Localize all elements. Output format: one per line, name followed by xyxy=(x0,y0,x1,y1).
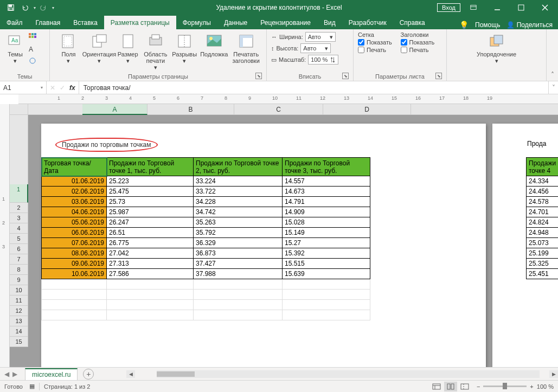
collapse-ribbon-icon[interactable]: ˄ xyxy=(546,29,558,81)
hscroll-right[interactable]: ▶ xyxy=(549,370,558,378)
colors-icon[interactable] xyxy=(27,31,39,42)
hscroll-thumb[interactable] xyxy=(157,371,195,377)
page-2: Прода Продажи точке 424.33424.45624.5782… xyxy=(492,124,558,367)
tab-help[interactable]: Справка xyxy=(393,16,432,29)
row-header-1[interactable]: 1 xyxy=(10,184,28,203)
row-header-13[interactable]: 13 xyxy=(10,316,28,326)
vertical-ruler: 123 xyxy=(0,104,10,367)
row-header-8[interactable]: 8 xyxy=(10,265,28,275)
redo-icon[interactable] xyxy=(37,1,50,14)
breaks-button[interactable]: Разрывы▾ xyxy=(171,31,198,65)
tab-developer[interactable]: Разработчик xyxy=(342,16,393,29)
headings-view-check[interactable]: Показать xyxy=(401,39,442,46)
sheet-opts-launcher[interactable]: ⬊ xyxy=(435,73,442,79)
zoom-level[interactable]: 100 % xyxy=(537,383,554,390)
name-box[interactable]: A1▾ xyxy=(0,81,47,94)
hscroll-track[interactable] xyxy=(157,370,540,378)
tab-review[interactable]: Рецензирование xyxy=(254,16,317,29)
arrange-button[interactable]: Упорядочение▾ xyxy=(472,31,521,65)
themes-button[interactable]: Aa Темы▾ xyxy=(4,31,26,65)
row-header-14[interactable]: 14 xyxy=(10,326,28,337)
print-area-button[interactable]: Область печати▾ xyxy=(141,31,170,72)
tab-scroll-right[interactable]: ▶ xyxy=(12,370,17,378)
login-button[interactable]: Вход xyxy=(437,3,460,12)
gridlines-print-check[interactable]: Печать xyxy=(358,47,400,53)
hscroll-left[interactable]: ◀ xyxy=(126,370,135,378)
tab-formulas[interactable]: Формулы xyxy=(176,16,217,29)
headings-print-check[interactable]: Печать xyxy=(401,47,442,53)
ribbon-display-icon[interactable] xyxy=(463,0,484,15)
size-button[interactable]: Размер▾ xyxy=(116,31,140,65)
row-header-6[interactable]: 6 xyxy=(10,244,28,254)
add-sheet-button[interactable]: + xyxy=(83,369,94,380)
sheet-tab[interactable]: microexcel.ru xyxy=(25,368,78,380)
col-header-a[interactable]: A xyxy=(82,104,147,115)
enter-formula-icon[interactable]: ✓ xyxy=(60,84,65,92)
print-titles-button[interactable]: Печатать заголовки xyxy=(230,31,262,65)
share-button[interactable]: 👤 Поделиться xyxy=(506,21,553,29)
macro-record-icon[interactable]: ▦ xyxy=(29,383,35,390)
tab-page-layout[interactable]: Разметка страницы xyxy=(104,16,176,29)
scale-icon: ▭ xyxy=(271,56,277,63)
orientation-button[interactable]: Ориентация▾ xyxy=(84,31,114,65)
tell-me-icon[interactable]: 💡 xyxy=(459,21,469,29)
close-icon[interactable] xyxy=(534,0,556,15)
row-header-11[interactable]: 11 xyxy=(10,295,28,306)
svg-rect-19 xyxy=(62,35,73,48)
scale-input[interactable]: 100 %⮁ xyxy=(308,55,338,65)
formula-input[interactable]: Торговая точка/ xyxy=(79,81,548,94)
normal-view-icon[interactable] xyxy=(430,382,443,391)
tab-file[interactable]: Файл xyxy=(0,16,29,29)
undo-icon[interactable] xyxy=(18,1,31,14)
tab-scroll-left[interactable]: ◀ xyxy=(4,370,9,378)
select-all-corner[interactable] xyxy=(10,104,28,115)
tab-view[interactable]: Вид xyxy=(317,16,342,29)
fonts-icon[interactable]: A xyxy=(27,43,39,54)
background-button[interactable]: Подложка xyxy=(199,31,229,59)
row-header-5[interactable]: 5 xyxy=(10,234,28,244)
column-headers: A B C D xyxy=(10,104,558,115)
svg-text:Aa: Aa xyxy=(11,37,18,43)
col-header-b[interactable]: B xyxy=(147,104,234,115)
save-icon[interactable] xyxy=(4,1,17,14)
row-header-4[interactable]: 4 xyxy=(10,223,28,234)
svg-rect-22 xyxy=(97,35,106,42)
row-header-2[interactable]: 2 xyxy=(10,203,28,213)
tab-insert[interactable]: Вставка xyxy=(67,16,104,29)
col-header-d[interactable]: D xyxy=(323,104,411,115)
margins-button[interactable]: Поля▾ xyxy=(54,31,83,65)
width-select[interactable]: Авто▾ xyxy=(305,32,336,42)
scale-launcher[interactable]: ⬊ xyxy=(342,73,349,79)
data-table[interactable]: Торговая точка/ ДатаПродажи по Торговой … xyxy=(41,157,370,320)
data-table-2[interactable]: Продажи точке 424.33424.45624.57824.7012… xyxy=(526,157,558,279)
height-select[interactable]: Авто▾ xyxy=(300,43,331,53)
row-header-15[interactable]: 15 xyxy=(10,337,28,347)
qat-customize[interactable]: ▾ xyxy=(52,5,54,10)
row-header-3[interactable]: 3 xyxy=(10,213,28,223)
tab-data[interactable]: Данные xyxy=(217,16,254,29)
zoom-slider[interactable] xyxy=(483,385,527,387)
help-link[interactable]: Помощь xyxy=(475,21,500,29)
page-break-view-icon[interactable] xyxy=(458,382,471,391)
expand-formula-bar[interactable]: ˅ xyxy=(548,81,558,94)
row-header-7[interactable]: 7 xyxy=(10,254,28,265)
undo-dropdown[interactable]: ▾ xyxy=(34,5,36,10)
row-header-9[interactable]: 9 xyxy=(10,275,28,285)
tab-home[interactable]: Главная xyxy=(29,16,67,29)
svg-rect-11 xyxy=(29,33,31,35)
cancel-formula-icon[interactable]: ✕ xyxy=(50,84,55,92)
page-setup-launcher[interactable]: ⬊ xyxy=(255,73,262,79)
gridlines-view-check[interactable]: Показать xyxy=(358,39,400,46)
row-header-10[interactable]: 10 xyxy=(10,285,28,295)
col-header-c[interactable]: C xyxy=(234,104,323,115)
effects-icon[interactable] xyxy=(27,55,39,66)
zoom-out[interactable]: − xyxy=(477,383,480,390)
minimize-icon[interactable] xyxy=(486,0,508,15)
maximize-icon[interactable] xyxy=(510,0,532,15)
group-scale: Вписать⬊ xyxy=(271,72,349,80)
zoom-in[interactable]: + xyxy=(530,383,533,390)
page-layout-view-icon[interactable] xyxy=(444,382,457,391)
fx-icon[interactable]: fx xyxy=(69,84,75,92)
row-header-12[interactable]: 12 xyxy=(10,306,28,316)
svg-rect-32 xyxy=(240,35,243,47)
